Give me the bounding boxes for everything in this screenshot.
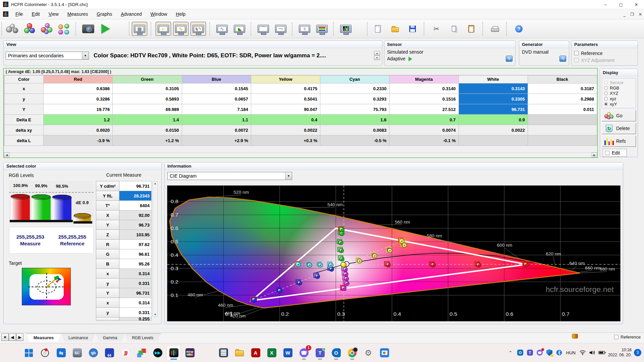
taskbar-settings-button[interactable]: ⚙: [362, 346, 375, 360]
measure-row-y[interactable]: y0.331: [96, 308, 152, 317]
column-header-yellow[interactable]: Yellow: [251, 75, 320, 83]
nearblack-curve-view-button[interactable]: ∿: [173, 22, 189, 36]
parameter-reference[interactable]: Reference: [574, 50, 635, 57]
color-temp-view-button[interactable]: ⌒: [256, 22, 271, 36]
taskbar-qbittorrent-button[interactable]: qb: [87, 346, 100, 360]
measure-row-value[interactable]: 96.73: [119, 220, 152, 230]
measure-cell-white-y[interactable]: 0.3305: [459, 94, 528, 104]
measure-cell-yellow-y[interactable]: 0.5041: [251, 94, 320, 104]
measure-row-value[interactable]: 96.61: [119, 249, 152, 259]
radio-icon[interactable]: [604, 102, 608, 106]
taskbar-hcfr-button[interactable]: [167, 346, 180, 360]
sensor-settings-button[interactable]: [4, 22, 20, 36]
measure-cell-blue-delta-l[interactable]: +2.9 %: [182, 135, 251, 146]
menu-item-graphs[interactable]: Graphs: [92, 9, 116, 19]
parameter-xyz-adjustment[interactable]: XYZ Adjustment: [574, 57, 635, 64]
mdi-close-button[interactable]: ✕: [639, 12, 642, 17]
next-tab-button[interactable]: ▶: [16, 334, 23, 341]
measure-row-value[interactable]: 92.00: [119, 210, 152, 220]
measure-cell-yellow-delta-l[interactable]: +0.3 %: [251, 135, 320, 146]
wifi-icon[interactable]: [579, 349, 586, 356]
cie-diagram-view-button[interactable]: ◣: [232, 22, 247, 36]
measure-cell-white-y[interactable]: 96.731: [459, 104, 528, 115]
menu-item-measures[interactable]: Measures: [63, 9, 92, 19]
rgb-bar-blue[interactable]: [53, 197, 71, 222]
display-option-rgb[interactable]: RGB: [604, 85, 634, 90]
information-selector[interactable]: CIE Diagram ▼: [167, 172, 292, 180]
column-header-black[interactable]: Black: [528, 75, 597, 83]
measure-row-value[interactable]: 6404: [119, 200, 152, 210]
menu-item-advanced[interactable]: Advanced: [116, 9, 146, 19]
measure-row-y[interactable]: Y96.731: [96, 288, 152, 298]
taskbar-outlook-button[interactable]: O: [329, 346, 343, 360]
new-file-button[interactable]: [370, 22, 385, 36]
measure-cell-magenta-y[interactable]: 27.512: [389, 104, 459, 115]
sensor-configure-icon[interactable]: ✎: [506, 56, 513, 62]
taskbar-media-atom-button[interactable]: [38, 346, 52, 360]
tray-chevron-up-icon[interactable]: ⌃: [507, 349, 514, 356]
measure-cell-white-delta-l[interactable]: [459, 135, 528, 146]
menu-item-window[interactable]: Window: [146, 9, 172, 19]
measure-cell-blue-x[interactable]: 0.1545: [182, 83, 251, 94]
measure-cell-blue-delta-xy[interactable]: 0.0072: [182, 125, 251, 135]
measure-row-value[interactable]: 28.2343: [119, 191, 152, 201]
mdi-minimize-button[interactable]: _: [623, 12, 626, 17]
measure-cell-black-x[interactable]: 0.3187: [528, 83, 597, 94]
minimize-button[interactable]: –: [598, 0, 613, 9]
measure-cell-cyan-delta-xy[interactable]: 0.0083: [320, 125, 389, 135]
scroll-left-icon[interactable]: ◀: [4, 153, 9, 157]
sat-sweep-view-button[interactable]: ≈≈: [297, 22, 312, 36]
taskbar-rew-button[interactable]: REW: [183, 346, 197, 360]
radio-icon[interactable]: [604, 97, 608, 101]
display-option-xyz[interactable]: xyz: [604, 96, 634, 101]
primaries-measure-button[interactable]: [39, 22, 55, 36]
measure-row-b[interactable]: B95.26: [96, 259, 152, 269]
tab-measures[interactable]: Measures: [26, 334, 61, 342]
measure-cell-green-x[interactable]: 0.3105: [113, 83, 182, 94]
column-header-red[interactable]: Red: [44, 75, 113, 83]
battery-icon[interactable]: [598, 349, 606, 356]
checkbox-icon[interactable]: [574, 51, 579, 55]
cut-button[interactable]: ✂: [429, 22, 444, 36]
paste-button[interactable]: [464, 22, 479, 36]
taskbar-file-explorer-button[interactable]: [233, 346, 246, 360]
scroll-right-icon[interactable]: ▶: [592, 153, 597, 157]
rgb-bar-green[interactable]: [32, 197, 51, 222]
gamma-curve-view-button[interactable]: ⌐: [156, 22, 171, 36]
taskbar-player-dark-button[interactable]: ▶▶: [151, 346, 164, 360]
language-indicator[interactable]: HUN: [565, 349, 577, 356]
measure-cell-cyan-delta-l[interactable]: -0.5 %: [320, 135, 389, 146]
measure-cell-red-delta-l[interactable]: -3.9 %: [44, 135, 113, 146]
measure-row-t[interactable]: T°6404: [96, 201, 152, 210]
measure-row-value[interactable]: 0.331: [119, 278, 152, 288]
reference-checkbox[interactable]: [614, 335, 619, 339]
menu-item-view[interactable]: View: [44, 9, 63, 19]
measure-cell-yellow-delta-xy[interactable]: 0.0022: [251, 125, 320, 135]
column-header-magenta[interactable]: Magenta: [389, 75, 459, 83]
taskbar-teams-button[interactable]: T: [313, 346, 327, 360]
tray-teams-icon[interactable]: T: [526, 349, 534, 356]
delete-button[interactable]: ↻ Delete: [602, 123, 636, 134]
measure-cell-magenta-y[interactable]: 0.1516: [389, 94, 459, 104]
capture-button[interactable]: [80, 22, 96, 36]
measure-row-value[interactable]: 95.26: [119, 259, 152, 269]
measure-cell-green-delta-xy[interactable]: 0.0150: [113, 125, 182, 135]
measure-row-value[interactable]: 96.731: [119, 288, 152, 298]
measure-row-extra[interactable]: 0.255: [96, 317, 152, 321]
measure-cell-black-delta-e[interactable]: [528, 115, 597, 125]
column-header-blue[interactable]: Blue: [182, 75, 251, 83]
taskbar-calculator-button[interactable]: [217, 346, 230, 360]
measure-cell-white-delta-e[interactable]: 0.9: [459, 115, 528, 125]
measure-row-value[interactable]: 103.95: [119, 230, 152, 240]
contrast-view-button[interactable]: 〜: [273, 22, 288, 36]
column-header-white[interactable]: White: [459, 75, 528, 83]
rgb-levels-view-button[interactable]: ∿∿∿: [191, 22, 206, 36]
measure-cell-cyan-x[interactable]: 0.2330: [320, 83, 389, 94]
measure-row-y[interactable]: y0.331: [96, 279, 152, 288]
rgb-measure-button[interactable]: [22, 22, 37, 36]
measure-cell-red-delta-xy[interactable]: 0.0020: [44, 125, 113, 135]
chevron-down-icon[interactable]: ▼: [82, 52, 89, 59]
measure-cell-blue-y[interactable]: 7.184: [182, 104, 251, 115]
measure-cell-blue-delta-e[interactable]: 1.1: [182, 115, 251, 125]
taskbar-floppy-64-button[interactable]: 64: [103, 346, 116, 360]
